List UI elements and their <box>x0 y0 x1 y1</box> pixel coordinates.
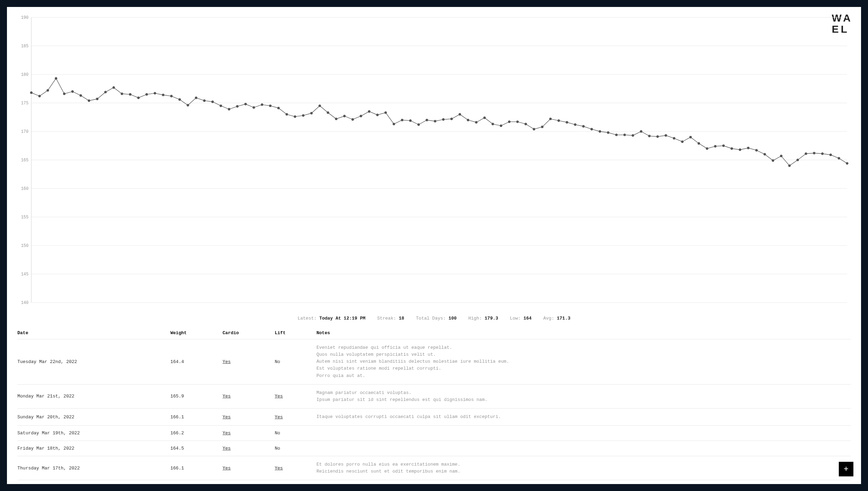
svg-point-77 <box>475 121 477 123</box>
svg-point-97 <box>640 130 642 132</box>
cell-weight: 165.9 <box>170 394 223 399</box>
svg-point-52 <box>269 105 271 107</box>
stats-bar: Latest: Today At 12:19 PM Streak: 18 Tot… <box>7 316 861 321</box>
cell-cardio[interactable]: Yes <box>223 394 275 399</box>
svg-text:155: 155 <box>21 215 29 220</box>
latest-label: Latest: <box>298 316 317 321</box>
svg-point-57 <box>310 112 312 114</box>
cell-cardio[interactable]: Yes <box>223 466 275 471</box>
svg-point-87 <box>557 120 560 122</box>
svg-point-48 <box>236 105 238 107</box>
svg-point-101 <box>673 137 675 139</box>
table-row[interactable]: Monday Mar 21st, 2022165.9YesYesMagnam p… <box>17 385 851 409</box>
cell-date: Friday Mar 18th, 2022 <box>17 446 170 451</box>
svg-point-62 <box>352 118 354 120</box>
svg-text:165: 165 <box>21 158 29 163</box>
total-label: Total Days: <box>416 316 446 321</box>
svg-point-70 <box>418 123 420 126</box>
svg-point-104 <box>698 142 700 144</box>
app-page: WA EL 140145150155160165170175180185190 … <box>7 7 861 484</box>
svg-point-78 <box>483 116 485 119</box>
svg-point-90 <box>582 125 584 127</box>
svg-text:140: 140 <box>21 300 29 305</box>
cell-date: Tuesday Mar 22nd, 2022 <box>17 359 170 364</box>
svg-point-110 <box>747 147 749 149</box>
svg-point-43 <box>195 97 197 99</box>
svg-text:190: 190 <box>21 15 29 20</box>
svg-point-69 <box>409 120 411 122</box>
svg-point-65 <box>376 114 378 116</box>
streak-value: 18 <box>399 316 404 321</box>
cell-lift[interactable]: Yes <box>275 466 316 471</box>
cell-notes: Eveniet repudiandae qui officia ut eaque… <box>316 344 851 379</box>
svg-point-64 <box>368 110 370 112</box>
svg-point-53 <box>278 107 280 109</box>
svg-point-36 <box>137 97 139 99</box>
svg-point-59 <box>327 112 329 114</box>
table-header: Date Weight Cardio Lift Notes <box>17 327 851 339</box>
svg-point-106 <box>714 145 716 147</box>
cell-lift[interactable]: Yes <box>275 414 316 420</box>
svg-point-94 <box>615 134 617 136</box>
svg-point-35 <box>129 93 131 95</box>
svg-point-96 <box>632 134 634 136</box>
svg-point-37 <box>146 93 148 95</box>
cell-cardio[interactable]: Yes <box>223 414 275 420</box>
svg-point-122 <box>846 162 848 164</box>
entries-table: Date Weight Cardio Lift Notes Tuesday Ma… <box>17 327 851 484</box>
cell-cardio[interactable]: Yes <box>223 430 275 436</box>
svg-point-23 <box>30 91 32 94</box>
svg-point-50 <box>253 106 255 108</box>
svg-point-82 <box>516 121 519 123</box>
add-entry-button[interactable]: + <box>839 462 853 476</box>
svg-point-30 <box>88 99 90 102</box>
svg-point-73 <box>442 118 444 120</box>
svg-point-44 <box>203 99 205 102</box>
table-row[interactable]: Sunday Mar 20th, 2022166.1YesYesItaque v… <box>17 409 851 426</box>
cell-weight: 166.1 <box>170 466 223 471</box>
low-label: Low: <box>510 316 521 321</box>
cell-cardio[interactable]: Yes <box>223 359 275 364</box>
svg-point-75 <box>459 113 461 115</box>
cell-lift[interactable]: No <box>275 430 316 436</box>
cell-lift[interactable]: No <box>275 359 316 364</box>
svg-point-89 <box>574 123 576 126</box>
table-row[interactable]: Saturday Mar 19th, 2022166.2YesNo <box>17 426 851 441</box>
cell-date: Thursday Mar 17th, 2022 <box>17 466 170 471</box>
svg-point-45 <box>211 101 214 103</box>
svg-point-116 <box>797 159 799 161</box>
svg-point-55 <box>294 115 296 118</box>
table-row[interactable]: Tuesday Mar 22nd, 2022164.4YesNoEveniet … <box>17 339 851 385</box>
svg-point-93 <box>607 131 609 134</box>
svg-point-117 <box>805 153 807 155</box>
cell-cardio[interactable]: Yes <box>223 446 275 451</box>
svg-point-109 <box>739 148 741 151</box>
svg-point-95 <box>624 134 626 136</box>
cell-lift[interactable]: No <box>275 446 316 451</box>
svg-point-121 <box>838 157 840 159</box>
table-row[interactable]: Thursday Mar 17th, 2022166.1YesYesEt dol… <box>17 456 851 480</box>
high-value: 179.3 <box>485 316 498 321</box>
svg-point-115 <box>788 164 790 167</box>
svg-point-67 <box>393 123 395 125</box>
total-value: 100 <box>449 316 457 321</box>
col-weight: Weight <box>170 330 223 336</box>
svg-point-32 <box>104 91 106 93</box>
cell-weight: 164.4 <box>170 359 223 364</box>
svg-point-72 <box>434 120 436 122</box>
svg-point-107 <box>722 145 724 147</box>
svg-point-85 <box>541 126 543 128</box>
svg-point-27 <box>63 93 65 95</box>
svg-point-39 <box>162 94 164 96</box>
svg-point-68 <box>401 119 403 121</box>
cell-date: Sunday Mar 20th, 2022 <box>17 414 170 420</box>
svg-point-98 <box>648 135 650 137</box>
svg-point-60 <box>335 118 337 120</box>
svg-point-92 <box>599 130 601 132</box>
table-row[interactable]: Friday Mar 18th, 2022164.5YesNo <box>17 441 851 456</box>
svg-text:170: 170 <box>21 129 29 134</box>
svg-point-71 <box>426 119 428 121</box>
cell-lift[interactable]: Yes <box>275 394 316 399</box>
weight-chart: 140145150155160165170175180185190 <box>17 10 851 313</box>
svg-point-111 <box>755 149 757 151</box>
